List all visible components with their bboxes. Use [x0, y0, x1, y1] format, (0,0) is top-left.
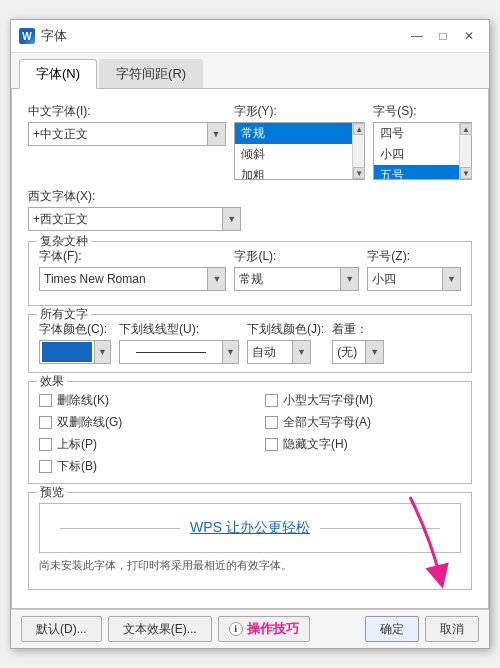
underline-color-col: 下划线颜色(J): 自动 ▼ [247, 321, 324, 364]
effect-all-caps: 全部大写字母(A) [265, 414, 461, 431]
superscript-checkbox[interactable] [39, 438, 52, 451]
default-button[interactable]: 默认(D)... [21, 616, 102, 642]
complex-style-arrow: ▼ [340, 268, 358, 290]
western-font-select[interactable]: +西文正文 ▼ [28, 207, 241, 231]
tab-bar: 字体(N) 字符间距(R) [11, 53, 489, 89]
complex-size-value: 小四 [372, 271, 442, 288]
effect-superscript: 上标(P) [39, 436, 235, 453]
complex-size-select[interactable]: 小四 ▼ [367, 267, 461, 291]
strikethrough-checkbox[interactable] [39, 394, 52, 407]
preview-box: WPS 让办公更轻松 [39, 503, 461, 553]
complex-style-value: 常规 [239, 271, 340, 288]
style-listbox[interactable]: 常规 倾斜 加粗 ▲ ▼ [234, 122, 366, 180]
all-caps-checkbox[interactable] [265, 416, 278, 429]
cancel-button[interactable]: 取消 [425, 616, 479, 642]
hidden-checkbox[interactable] [265, 438, 278, 451]
minimize-button[interactable]: — [405, 26, 429, 46]
confirm-button[interactable]: 确定 [365, 616, 419, 642]
complex-font-col: 字体(F): Times New Roman ▼ [39, 248, 226, 291]
complex-size-arrow: ▼ [442, 268, 460, 290]
underline-type-arrow: ▼ [222, 341, 238, 363]
all-text-row: 字体颜色(C): ▼ 下划线线型(U): ▼ [39, 321, 461, 364]
ops-button[interactable]: ℹ 操作技巧 [218, 616, 310, 642]
style-scroll-down[interactable]: ▼ [353, 167, 365, 179]
size-item-4[interactable]: 四号 [374, 123, 459, 144]
size-list-inner: 四号 小四 五号 [374, 123, 459, 179]
complex-font-label: 字体(F): [39, 248, 226, 265]
underline-line [136, 352, 206, 353]
footer-left-buttons: 默认(D)... 文本效果(E)... ℹ 操作技巧 [21, 616, 310, 642]
complex-font-group-label: 复杂文种 [37, 233, 91, 250]
maximize-button[interactable]: □ [431, 26, 455, 46]
style-list-inner: 常规 倾斜 加粗 [235, 123, 353, 179]
complex-font-group: 复杂文种 字体(F): Times New Roman ▼ 字形(L): 常规 … [28, 241, 472, 306]
font-color-col: 字体颜色(C): ▼ [39, 321, 111, 364]
subscript-checkbox[interactable] [39, 460, 52, 473]
preview-link[interactable]: WPS 让办公更轻松 [190, 519, 310, 537]
chinese-font-label: 中文字体(I): [28, 103, 226, 120]
all-caps-label: 全部大写字母(A) [283, 414, 371, 431]
complex-style-label: 字形(L): [234, 248, 359, 265]
title-bar-left: W 字体 [19, 27, 67, 45]
small-caps-checkbox[interactable] [265, 394, 278, 407]
preview-group: 预览 WPS 让办公更轻松 [28, 492, 472, 590]
tab-font[interactable]: 字体(N) [19, 59, 97, 89]
all-text-group-label: 所有文字 [37, 306, 91, 323]
font-color-button[interactable]: ▼ [39, 340, 111, 364]
complex-font-arrow: ▼ [207, 268, 225, 290]
ops-label: 操作技巧 [247, 620, 299, 638]
emphasis-select[interactable]: (无) ▼ [332, 340, 384, 364]
effects-group-label: 效果 [37, 373, 67, 390]
window-title: 字体 [41, 27, 67, 45]
complex-font-select[interactable]: Times New Roman ▼ [39, 267, 226, 291]
western-font-section: 西文字体(X): +西文正文 ▼ [28, 188, 472, 231]
underline-type-select[interactable]: ▼ [119, 340, 239, 364]
double-strikethrough-checkbox[interactable] [39, 416, 52, 429]
effect-subscript: 下标(B) [39, 458, 235, 475]
style-item-bold[interactable]: 加粗 [235, 165, 353, 179]
emphasis-value: (无) [337, 344, 365, 361]
style-item-italic[interactable]: 倾斜 [235, 144, 353, 165]
effects-grid: 删除线(K) 小型大写字母(M) 双删除线(G) 全部大写字母(A) 上标(P) [39, 392, 461, 475]
dialog-content: 中文字体(I): +中文正文 ▼ 字形(Y): 常规 倾斜 加粗 ▲ ▼ [11, 89, 489, 609]
font-main-row: 中文字体(I): +中文正文 ▼ 字形(Y): 常规 倾斜 加粗 ▲ ▼ [28, 103, 472, 180]
strikethrough-label: 删除线(K) [57, 392, 109, 409]
size-scrollbar[interactable]: ▲ ▼ [459, 123, 471, 179]
text-effect-button[interactable]: 文本效果(E)... [108, 616, 212, 642]
font-notice: 尚未安装此字体，打印时将采用最相近的有效字体。 [39, 558, 461, 573]
size-item-5[interactable]: 五号 [374, 165, 459, 179]
chinese-font-arrow: ▼ [207, 123, 225, 145]
size-scroll-down[interactable]: ▼ [460, 167, 472, 179]
tab-char-spacing[interactable]: 字符间距(R) [99, 59, 203, 88]
size-label: 字号(S): [373, 103, 472, 120]
chinese-font-value: +中文正文 [33, 126, 207, 143]
size-item-small4[interactable]: 小四 [374, 144, 459, 165]
complex-font-value: Times New Roman [44, 272, 207, 286]
effect-small-caps: 小型大写字母(M) [265, 392, 461, 409]
font-color-swatch [42, 342, 92, 362]
close-button[interactable]: ✕ [457, 26, 481, 46]
size-listbox[interactable]: 四号 小四 五号 ▲ ▼ [373, 122, 472, 180]
all-text-group: 所有文字 字体颜色(C): ▼ 下划线线型(U): ▼ [28, 314, 472, 373]
emphasis-label: 着重： [332, 321, 384, 338]
font-dialog: W 字体 — □ ✕ 字体(N) 字符间距(R) 中文字体(I): +中文正文 … [10, 19, 490, 649]
complex-style-select[interactable]: 常规 ▼ [234, 267, 359, 291]
style-label: 字形(Y): [234, 103, 366, 120]
chinese-font-select[interactable]: +中文正文 ▼ [28, 122, 226, 146]
underline-color-select[interactable]: 自动 ▼ [247, 340, 311, 364]
double-strikethrough-label: 双删除线(G) [57, 414, 122, 431]
size-scroll-up[interactable]: ▲ [460, 123, 472, 135]
western-font-arrow: ▼ [222, 208, 240, 230]
preview-group-label: 预览 [37, 484, 67, 501]
style-item-regular[interactable]: 常规 [235, 123, 353, 144]
style-scrollbar[interactable]: ▲ ▼ [352, 123, 364, 179]
effect-double-strikethrough: 双删除线(G) [39, 414, 235, 431]
window-controls: — □ ✕ [405, 26, 481, 46]
style-scroll-up[interactable]: ▲ [353, 123, 365, 135]
underline-color-value: 自动 [252, 344, 292, 361]
superscript-label: 上标(P) [57, 436, 97, 453]
effect-hidden: 隐藏文字(H) [265, 436, 461, 453]
complex-style-col: 字形(L): 常规 ▼ [234, 248, 359, 291]
font-color-label: 字体颜色(C): [39, 321, 111, 338]
title-bar: W 字体 — □ ✕ [11, 20, 489, 53]
